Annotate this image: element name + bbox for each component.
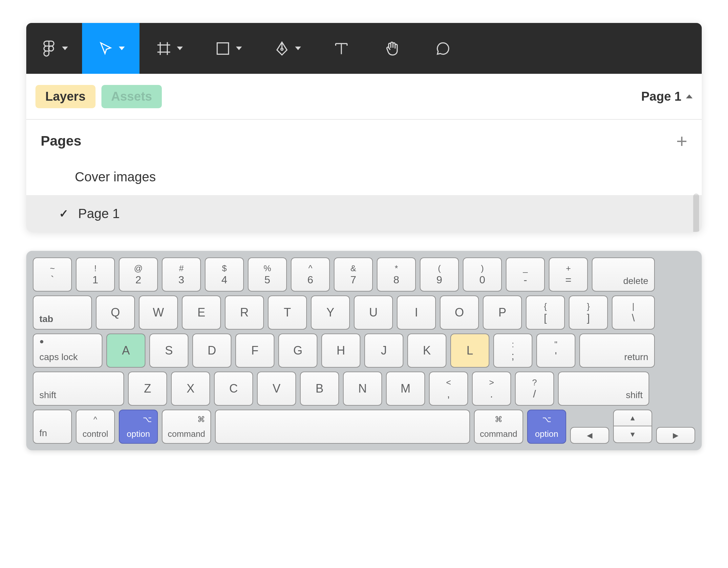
figma-toolbar [26, 23, 702, 74]
svg-point-2 [281, 48, 283, 50]
key-shift-left[interactable]: shift [33, 371, 124, 406]
hand-tool-button[interactable] [366, 23, 418, 74]
key-j[interactable]: J [364, 333, 403, 368]
chevron-down-icon [295, 47, 301, 50]
option-symbol-icon: ⌥ [143, 415, 152, 424]
keyboard-row-5: fn ^ control ⌥ option ⌘ command ⌘ comman… [33, 410, 695, 444]
key-7[interactable]: &7 [334, 258, 373, 291]
control-symbol-icon: ^ [94, 415, 97, 424]
key-c[interactable]: C [214, 371, 253, 406]
key-b[interactable]: B [300, 371, 339, 406]
key-w[interactable]: W [139, 295, 178, 329]
key-control[interactable]: ^ control [76, 410, 115, 444]
key-command-left[interactable]: ⌘ command [162, 410, 211, 444]
key-6[interactable]: ^6 [291, 258, 330, 291]
key-g[interactable]: G [278, 333, 317, 368]
key-quote[interactable]: "' [536, 333, 575, 368]
key-z[interactable]: Z [128, 371, 167, 406]
chevron-down-icon [236, 47, 242, 50]
key-i[interactable]: I [397, 295, 436, 329]
key-5[interactable]: %5 [248, 258, 287, 291]
comment-tool-button[interactable] [418, 23, 468, 74]
key-arrow-left[interactable]: ◀ [570, 427, 609, 444]
key-d[interactable]: D [192, 333, 231, 368]
cursor-icon [97, 40, 114, 57]
figma-menu-button[interactable] [26, 23, 82, 74]
key-r[interactable]: R [225, 295, 264, 329]
frame-icon [155, 40, 172, 57]
key-backtick[interactable]: ~` [33, 258, 72, 291]
key-y[interactable]: Y [311, 295, 350, 329]
key-9[interactable]: (9 [420, 258, 459, 291]
key-l[interactable]: L [450, 333, 489, 368]
key-q[interactable]: Q [96, 295, 135, 329]
key-s[interactable]: S [149, 333, 188, 368]
pages-section-header: Pages + [26, 120, 702, 158]
key-space[interactable] [215, 410, 470, 444]
key-a[interactable]: A [106, 333, 145, 368]
key-e[interactable]: E [182, 295, 221, 329]
key-backslash[interactable]: |\ [612, 295, 655, 329]
key-t[interactable]: T [268, 295, 307, 329]
key-p[interactable]: P [483, 295, 522, 329]
add-page-button[interactable]: + [676, 132, 687, 151]
key-semicolon[interactable]: :; [493, 333, 532, 368]
command-symbol-icon: ⌘ [495, 415, 503, 424]
key-fn[interactable]: fn [33, 410, 72, 444]
key-minus[interactable]: _- [506, 258, 545, 291]
pen-tool-button[interactable] [258, 23, 317, 74]
key-command-right[interactable]: ⌘ command [474, 410, 523, 444]
frame-tool-button[interactable] [139, 23, 199, 74]
pen-icon [273, 40, 290, 57]
key-option-left[interactable]: ⌥ option [119, 410, 158, 444]
key-2[interactable]: @2 [119, 258, 158, 291]
key-f[interactable]: F [235, 333, 274, 368]
key-period[interactable]: >. [472, 371, 511, 406]
keyboard-row-2: tab Q W E R T Y U I O P {[ }] |\ [33, 295, 695, 329]
key-4[interactable]: $4 [205, 258, 244, 291]
page-row-cover-images[interactable]: Cover images [26, 158, 702, 195]
key-k[interactable]: K [407, 333, 446, 368]
scrollbar-thumb[interactable] [693, 194, 699, 232]
key-h[interactable]: H [321, 333, 360, 368]
key-arrow-up[interactable]: ▲ [613, 410, 652, 426]
key-n[interactable]: N [343, 371, 382, 406]
key-0[interactable]: )0 [463, 258, 502, 291]
hand-icon [384, 40, 401, 57]
key-m[interactable]: M [386, 371, 425, 406]
page-row-page-1[interactable]: ✓ Page 1 [26, 195, 702, 232]
tab-assets[interactable]: Assets [101, 85, 162, 108]
key-option-right[interactable]: ⌥ option [527, 410, 566, 444]
key-tab[interactable]: tab [33, 295, 92, 329]
key-8[interactable]: *8 [377, 258, 416, 291]
key-arrow-right[interactable]: ▶ [656, 427, 695, 444]
key-bracket-right[interactable]: }] [569, 295, 608, 329]
shape-tool-button[interactable] [199, 23, 258, 74]
tab-layers[interactable]: Layers [35, 85, 96, 108]
key-1[interactable]: !1 [76, 258, 115, 291]
key-o[interactable]: O [440, 295, 479, 329]
key-comma[interactable]: <, [429, 371, 468, 406]
move-tool-button[interactable] [82, 23, 139, 74]
key-slash[interactable]: ?/ [515, 371, 554, 406]
key-capslock[interactable]: caps lock [33, 333, 102, 368]
text-tool-button[interactable] [317, 23, 366, 74]
key-3[interactable]: #3 [162, 258, 201, 291]
key-arrow-down[interactable]: ▼ [613, 426, 652, 443]
key-equals[interactable]: += [549, 258, 588, 291]
rectangle-icon [214, 40, 231, 57]
key-return[interactable]: return [579, 333, 655, 368]
pages-label: Pages [41, 133, 81, 149]
page-selector[interactable]: Page 1 [641, 90, 693, 104]
mac-keyboard: ~` !1 @2 #3 $4 %5 ^6 &7 *8 (9 )0 _- += d… [26, 251, 702, 450]
key-delete[interactable]: delete [592, 258, 655, 291]
key-u[interactable]: U [354, 295, 393, 329]
figma-left-panel: Layers Assets Page 1 Pages + Cover image… [26, 23, 702, 232]
key-v[interactable]: V [257, 371, 296, 406]
key-bracket-left[interactable]: {[ [526, 295, 565, 329]
key-shift-right[interactable]: shift [558, 371, 649, 406]
option-symbol-icon: ⌥ [542, 415, 551, 424]
current-page-label: Page 1 [641, 90, 681, 104]
key-x[interactable]: X [171, 371, 210, 406]
page-name: Cover images [75, 170, 156, 184]
